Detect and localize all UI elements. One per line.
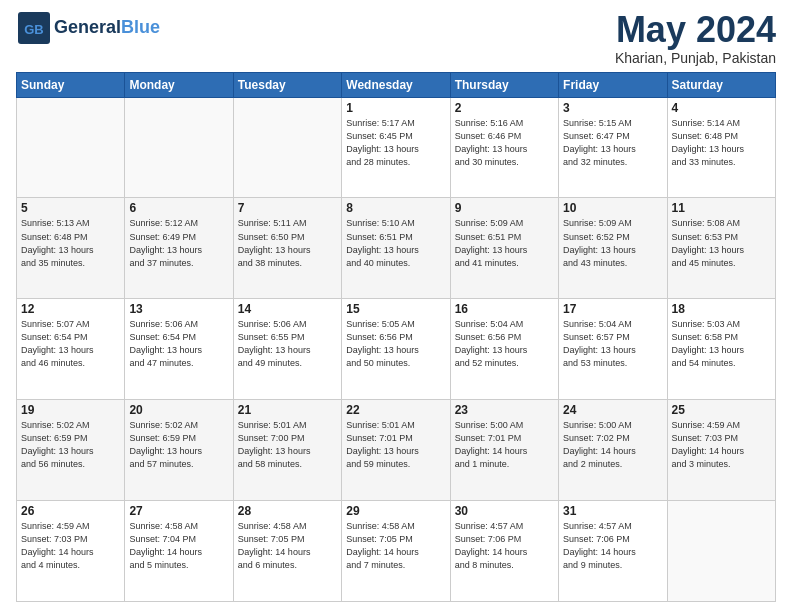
header-day-thursday: Thursday [450, 72, 558, 97]
day-info: Sunrise: 5:02 AM Sunset: 6:59 PM Dayligh… [129, 419, 228, 471]
calendar-cell: 26Sunrise: 4:59 AM Sunset: 7:03 PM Dayli… [17, 501, 125, 602]
calendar-cell: 22Sunrise: 5:01 AM Sunset: 7:01 PM Dayli… [342, 400, 450, 501]
day-info: Sunrise: 5:05 AM Sunset: 6:56 PM Dayligh… [346, 318, 445, 370]
day-info: Sunrise: 5:09 AM Sunset: 6:52 PM Dayligh… [563, 217, 662, 269]
day-number: 9 [455, 201, 554, 215]
calendar-cell: 5Sunrise: 5:13 AM Sunset: 6:48 PM Daylig… [17, 198, 125, 299]
day-number: 15 [346, 302, 445, 316]
day-number: 29 [346, 504, 445, 518]
calendar-header-row: SundayMondayTuesdayWednesdayThursdayFrid… [17, 72, 776, 97]
header-day-saturday: Saturday [667, 72, 775, 97]
calendar-cell: 17Sunrise: 5:04 AM Sunset: 6:57 PM Dayli… [559, 299, 667, 400]
day-info: Sunrise: 5:11 AM Sunset: 6:50 PM Dayligh… [238, 217, 337, 269]
day-info: Sunrise: 4:58 AM Sunset: 7:05 PM Dayligh… [346, 520, 445, 572]
calendar-cell [17, 97, 125, 198]
day-info: Sunrise: 5:04 AM Sunset: 6:56 PM Dayligh… [455, 318, 554, 370]
calendar-cell: 27Sunrise: 4:58 AM Sunset: 7:04 PM Dayli… [125, 501, 233, 602]
day-number: 8 [346, 201, 445, 215]
day-info: Sunrise: 5:17 AM Sunset: 6:45 PM Dayligh… [346, 117, 445, 169]
day-info: Sunrise: 4:57 AM Sunset: 7:06 PM Dayligh… [455, 520, 554, 572]
header-day-wednesday: Wednesday [342, 72, 450, 97]
day-number: 5 [21, 201, 120, 215]
day-info: Sunrise: 5:04 AM Sunset: 6:57 PM Dayligh… [563, 318, 662, 370]
week-row-2: 5Sunrise: 5:13 AM Sunset: 6:48 PM Daylig… [17, 198, 776, 299]
day-info: Sunrise: 5:00 AM Sunset: 7:02 PM Dayligh… [563, 419, 662, 471]
day-info: Sunrise: 5:01 AM Sunset: 7:00 PM Dayligh… [238, 419, 337, 471]
calendar-cell: 14Sunrise: 5:06 AM Sunset: 6:55 PM Dayli… [233, 299, 341, 400]
day-number: 12 [21, 302, 120, 316]
day-number: 7 [238, 201, 337, 215]
day-number: 31 [563, 504, 662, 518]
calendar-cell: 10Sunrise: 5:09 AM Sunset: 6:52 PM Dayli… [559, 198, 667, 299]
day-number: 18 [672, 302, 771, 316]
day-info: Sunrise: 5:10 AM Sunset: 6:51 PM Dayligh… [346, 217, 445, 269]
month-title: May 2024 [615, 10, 776, 50]
calendar-cell: 13Sunrise: 5:06 AM Sunset: 6:54 PM Dayli… [125, 299, 233, 400]
day-number: 2 [455, 101, 554, 115]
day-number: 30 [455, 504, 554, 518]
calendar-cell: 18Sunrise: 5:03 AM Sunset: 6:58 PM Dayli… [667, 299, 775, 400]
day-info: Sunrise: 5:06 AM Sunset: 6:54 PM Dayligh… [129, 318, 228, 370]
calendar-cell: 24Sunrise: 5:00 AM Sunset: 7:02 PM Dayli… [559, 400, 667, 501]
day-number: 6 [129, 201, 228, 215]
day-number: 22 [346, 403, 445, 417]
day-number: 4 [672, 101, 771, 115]
day-number: 25 [672, 403, 771, 417]
calendar-cell: 15Sunrise: 5:05 AM Sunset: 6:56 PM Dayli… [342, 299, 450, 400]
calendar-cell: 8Sunrise: 5:10 AM Sunset: 6:51 PM Daylig… [342, 198, 450, 299]
week-row-4: 19Sunrise: 5:02 AM Sunset: 6:59 PM Dayli… [17, 400, 776, 501]
day-number: 1 [346, 101, 445, 115]
day-number: 28 [238, 504, 337, 518]
day-number: 20 [129, 403, 228, 417]
svg-text:GB: GB [24, 22, 44, 37]
day-info: Sunrise: 5:01 AM Sunset: 7:01 PM Dayligh… [346, 419, 445, 471]
day-info: Sunrise: 5:12 AM Sunset: 6:49 PM Dayligh… [129, 217, 228, 269]
day-number: 11 [672, 201, 771, 215]
header-day-sunday: Sunday [17, 72, 125, 97]
calendar-cell: 28Sunrise: 4:58 AM Sunset: 7:05 PM Dayli… [233, 501, 341, 602]
calendar-cell: 23Sunrise: 5:00 AM Sunset: 7:01 PM Dayli… [450, 400, 558, 501]
day-number: 24 [563, 403, 662, 417]
calendar-cell: 25Sunrise: 4:59 AM Sunset: 7:03 PM Dayli… [667, 400, 775, 501]
day-info: Sunrise: 5:13 AM Sunset: 6:48 PM Dayligh… [21, 217, 120, 269]
header-day-tuesday: Tuesday [233, 72, 341, 97]
calendar: SundayMondayTuesdayWednesdayThursdayFrid… [16, 72, 776, 602]
calendar-cell: 11Sunrise: 5:08 AM Sunset: 6:53 PM Dayli… [667, 198, 775, 299]
day-number: 14 [238, 302, 337, 316]
title-block: May 2024 Kharian, Punjab, Pakistan [615, 10, 776, 66]
day-number: 17 [563, 302, 662, 316]
day-info: Sunrise: 4:58 AM Sunset: 7:04 PM Dayligh… [129, 520, 228, 572]
day-info: Sunrise: 5:15 AM Sunset: 6:47 PM Dayligh… [563, 117, 662, 169]
calendar-cell [233, 97, 341, 198]
calendar-cell: 7Sunrise: 5:11 AM Sunset: 6:50 PM Daylig… [233, 198, 341, 299]
day-number: 21 [238, 403, 337, 417]
day-info: Sunrise: 4:59 AM Sunset: 7:03 PM Dayligh… [672, 419, 771, 471]
day-info: Sunrise: 5:07 AM Sunset: 6:54 PM Dayligh… [21, 318, 120, 370]
day-info: Sunrise: 5:09 AM Sunset: 6:51 PM Dayligh… [455, 217, 554, 269]
calendar-cell: 12Sunrise: 5:07 AM Sunset: 6:54 PM Dayli… [17, 299, 125, 400]
calendar-cell: 2Sunrise: 5:16 AM Sunset: 6:46 PM Daylig… [450, 97, 558, 198]
day-number: 10 [563, 201, 662, 215]
calendar-cell [667, 501, 775, 602]
day-number: 13 [129, 302, 228, 316]
calendar-cell: 20Sunrise: 5:02 AM Sunset: 6:59 PM Dayli… [125, 400, 233, 501]
calendar-cell: 16Sunrise: 5:04 AM Sunset: 6:56 PM Dayli… [450, 299, 558, 400]
day-info: Sunrise: 4:59 AM Sunset: 7:03 PM Dayligh… [21, 520, 120, 572]
calendar-cell: 4Sunrise: 5:14 AM Sunset: 6:48 PM Daylig… [667, 97, 775, 198]
day-info: Sunrise: 4:57 AM Sunset: 7:06 PM Dayligh… [563, 520, 662, 572]
day-info: Sunrise: 4:58 AM Sunset: 7:05 PM Dayligh… [238, 520, 337, 572]
day-number: 23 [455, 403, 554, 417]
location: Kharian, Punjab, Pakistan [615, 50, 776, 66]
calendar-cell: 1Sunrise: 5:17 AM Sunset: 6:45 PM Daylig… [342, 97, 450, 198]
day-number: 3 [563, 101, 662, 115]
logo-text: GeneralBlue [54, 18, 160, 38]
week-row-1: 1Sunrise: 5:17 AM Sunset: 6:45 PM Daylig… [17, 97, 776, 198]
calendar-cell: 30Sunrise: 4:57 AM Sunset: 7:06 PM Dayli… [450, 501, 558, 602]
day-info: Sunrise: 5:03 AM Sunset: 6:58 PM Dayligh… [672, 318, 771, 370]
day-info: Sunrise: 5:06 AM Sunset: 6:55 PM Dayligh… [238, 318, 337, 370]
calendar-cell: 6Sunrise: 5:12 AM Sunset: 6:49 PM Daylig… [125, 198, 233, 299]
calendar-cell: 9Sunrise: 5:09 AM Sunset: 6:51 PM Daylig… [450, 198, 558, 299]
calendar-cell: 19Sunrise: 5:02 AM Sunset: 6:59 PM Dayli… [17, 400, 125, 501]
day-number: 27 [129, 504, 228, 518]
calendar-cell [125, 97, 233, 198]
